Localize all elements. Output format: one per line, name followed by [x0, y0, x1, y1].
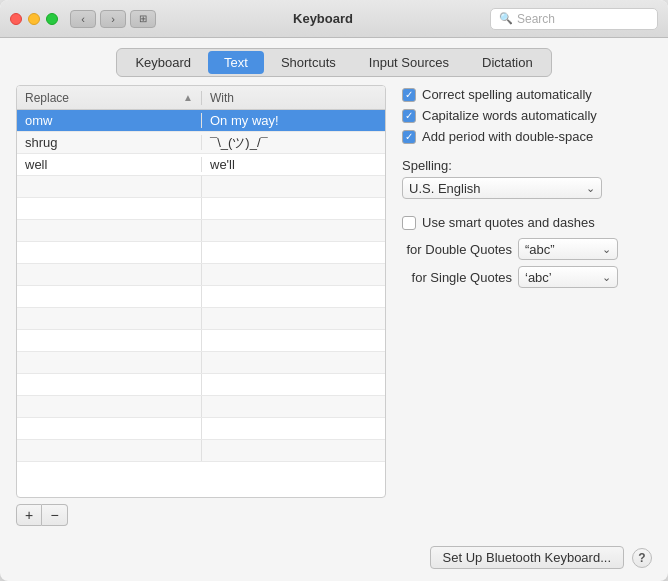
- tab-shortcuts[interactable]: Shortcuts: [265, 51, 352, 74]
- cell-with: ¯\_(ツ)_/¯: [202, 134, 385, 152]
- titlebar: ‹ › ⊞ Keyboard 🔍 Search: [0, 0, 668, 38]
- content-area: Replace ▲ With omw On my way! shrug ¯\_(…: [0, 85, 668, 538]
- double-quotes-value: “abc”: [525, 242, 602, 257]
- help-button[interactable]: ?: [632, 548, 652, 568]
- smart-quotes-checkbox[interactable]: [402, 216, 416, 230]
- correct-spelling-label: Correct spelling automatically: [422, 87, 592, 102]
- keyboard-window: ‹ › ⊞ Keyboard 🔍 Search Keyboard Text Sh…: [0, 0, 668, 581]
- checkmark-icon: ✓: [405, 132, 413, 142]
- table-empty-row: [17, 176, 385, 198]
- capitalize-words-row: ✓ Capitalize words automatically: [402, 108, 652, 123]
- window-title: Keyboard: [156, 11, 490, 26]
- search-box[interactable]: 🔍 Search: [490, 8, 658, 30]
- capitalize-words-label: Capitalize words automatically: [422, 108, 597, 123]
- left-panel: Replace ▲ With omw On my way! shrug ¯\_(…: [16, 85, 386, 526]
- table-row[interactable]: omw On my way!: [17, 110, 385, 132]
- forward-button[interactable]: ›: [100, 10, 126, 28]
- table-empty-row: [17, 308, 385, 330]
- table-header: Replace ▲ With: [17, 86, 385, 110]
- traffic-lights: [10, 13, 58, 25]
- right-panel: ✓ Correct spelling automatically ✓ Capit…: [402, 85, 652, 526]
- tabs-container: Keyboard Text Shortcuts Input Sources Di…: [116, 48, 551, 77]
- grid-button[interactable]: ⊞: [130, 10, 156, 28]
- cell-with: On my way!: [202, 113, 385, 128]
- remove-row-button[interactable]: −: [42, 504, 68, 526]
- back-button[interactable]: ‹: [70, 10, 96, 28]
- sort-arrow: ▲: [183, 92, 193, 103]
- table-empty-row: [17, 286, 385, 308]
- table-empty-row: [17, 242, 385, 264]
- table-empty-row: [17, 374, 385, 396]
- footer: Set Up Bluetooth Keyboard... ?: [0, 538, 668, 581]
- table-empty-row: [17, 198, 385, 220]
- smart-quotes-row: Use smart quotes and dashes: [402, 215, 652, 230]
- tab-input-sources[interactable]: Input Sources: [353, 51, 465, 74]
- tab-dictation[interactable]: Dictation: [466, 51, 549, 74]
- cell-with: we'll: [202, 157, 385, 172]
- spelling-label: Spelling:: [402, 158, 652, 173]
- nav-buttons: ‹ ›: [70, 10, 126, 28]
- single-quotes-row: for Single Quotes ‘abc’ ⌄: [402, 266, 652, 288]
- spelling-select[interactable]: U.S. English ⌄: [402, 177, 602, 199]
- spelling-section: Spelling: U.S. English ⌄: [402, 158, 652, 199]
- cell-replace: omw: [17, 113, 202, 128]
- minimize-button[interactable]: [28, 13, 40, 25]
- smart-quotes-label: Use smart quotes and dashes: [422, 215, 595, 230]
- search-icon: 🔍: [499, 12, 513, 25]
- chevron-down-icon: ⌄: [602, 243, 611, 256]
- column-replace-header: Replace ▲: [17, 91, 202, 105]
- correct-spelling-checkbox[interactable]: ✓: [402, 88, 416, 102]
- table-row[interactable]: well we'll: [17, 154, 385, 176]
- tab-keyboard[interactable]: Keyboard: [119, 51, 207, 74]
- checkmark-icon: ✓: [405, 90, 413, 100]
- tab-text[interactable]: Text: [208, 51, 264, 74]
- spelling-value: U.S. English: [409, 181, 586, 196]
- add-period-row: ✓ Add period with double-space: [402, 129, 652, 144]
- text-table: Replace ▲ With omw On my way! shrug ¯\_(…: [16, 85, 386, 498]
- single-quotes-value: ‘abc’: [525, 270, 602, 285]
- column-with-header: With: [202, 91, 385, 105]
- cell-replace: well: [17, 157, 202, 172]
- add-period-label: Add period with double-space: [422, 129, 593, 144]
- double-quotes-row: for Double Quotes “abc” ⌄: [402, 238, 652, 260]
- cell-replace: shrug: [17, 135, 202, 150]
- table-rows: omw On my way! shrug ¯\_(ツ)_/¯ well we'l…: [17, 110, 385, 462]
- table-empty-row: [17, 264, 385, 286]
- single-quotes-select[interactable]: ‘abc’ ⌄: [518, 266, 618, 288]
- checkmark-icon: ✓: [405, 111, 413, 121]
- table-row[interactable]: shrug ¯\_(ツ)_/¯: [17, 132, 385, 154]
- correct-spelling-row: ✓ Correct spelling automatically: [402, 87, 652, 102]
- capitalize-words-checkbox[interactable]: ✓: [402, 109, 416, 123]
- chevron-down-icon: ⌄: [586, 182, 595, 195]
- table-empty-row: [17, 220, 385, 242]
- table-empty-row: [17, 440, 385, 462]
- bluetooth-keyboard-button[interactable]: Set Up Bluetooth Keyboard...: [430, 546, 624, 569]
- double-quotes-label: for Double Quotes: [402, 242, 512, 257]
- table-empty-row: [17, 418, 385, 440]
- maximize-button[interactable]: [46, 13, 58, 25]
- double-quotes-select[interactable]: “abc” ⌄: [518, 238, 618, 260]
- search-placeholder: Search: [517, 12, 555, 26]
- add-remove-buttons: + −: [16, 504, 386, 526]
- close-button[interactable]: [10, 13, 22, 25]
- table-empty-row: [17, 352, 385, 374]
- table-empty-row: [17, 396, 385, 418]
- single-quotes-label: for Single Quotes: [402, 270, 512, 285]
- smart-quotes-section: Use smart quotes and dashes for Double Q…: [402, 215, 652, 294]
- table-empty-row: [17, 330, 385, 352]
- chevron-down-icon: ⌄: [602, 271, 611, 284]
- add-period-checkbox[interactable]: ✓: [402, 130, 416, 144]
- tabs-bar: Keyboard Text Shortcuts Input Sources Di…: [0, 38, 668, 85]
- add-row-button[interactable]: +: [16, 504, 42, 526]
